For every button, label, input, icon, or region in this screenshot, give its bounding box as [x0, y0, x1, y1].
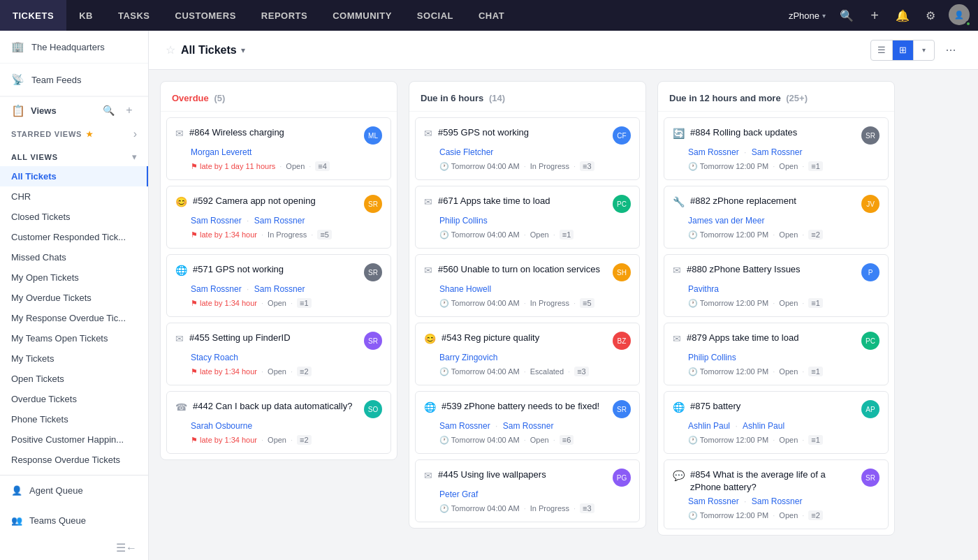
sidebar-item-open-tickets[interactable]: Open Tickets: [0, 369, 148, 389]
search-button[interactable]: 🔍: [834, 3, 859, 28]
nav-item-kb[interactable]: KB: [66, 0, 105, 31]
grid-view-button[interactable]: ⊞: [892, 40, 913, 60]
more-options-button[interactable]: ···: [940, 40, 961, 60]
sidebar-item-my-open-tickets[interactable]: My Open Tickets: [0, 267, 148, 288]
nav-item-chat[interactable]: CHAT: [466, 0, 517, 31]
add-button[interactable]: +: [862, 3, 887, 28]
nav-item-reports[interactable]: REPORTS: [249, 0, 320, 31]
kanban-col-overdue: Overdue (5) ✉ #864 Wireless charging ML …: [160, 81, 397, 460]
search-views-button[interactable]: 🔍: [101, 103, 116, 118]
user-avatar[interactable]: 👤: [949, 4, 971, 27]
views-section-header: 📋 Views 🔍 +: [0, 96, 148, 124]
teams-queue-item[interactable]: 👥 Teams Queue: [0, 506, 148, 536]
nav-item-customers[interactable]: CUSTOMERS: [163, 0, 249, 31]
views-item[interactable]: 📋 Views: [11, 104, 57, 117]
ticket-type-icon: ✉: [175, 128, 184, 139]
sidebar-item-my-overdue-tickets[interactable]: My Overdue Tickets: [0, 288, 148, 308]
nav-item-tickets[interactable]: TICKETS: [0, 0, 66, 31]
top-nav: TICKETS KB TASKS CUSTOMERS REPORTS COMMU…: [0, 0, 978, 31]
sidebar-item-headquarters[interactable]: 🏢 The Headquarters: [0, 31, 148, 64]
kanban-board: Overdue (5) ✉ #864 Wireless charging ML …: [149, 70, 978, 560]
view-options-caret[interactable]: ▾: [913, 40, 934, 60]
sidebar-item-my-response-overdue[interactable]: My Response Overdue Tic...: [0, 308, 148, 328]
page-title: All Tickets: [181, 44, 237, 57]
header-right: ☰ ⊞ ▾ ···: [870, 40, 961, 61]
sidebar-item-my-teams-open[interactable]: My Teams Open Tickets: [0, 328, 148, 348]
avatar: PC: [861, 332, 880, 350]
ticket-type-icon: 🌐: [175, 265, 187, 276]
ticket-card[interactable]: ✉ #671 Apps take time to load PC Philip …: [415, 186, 640, 249]
kanban-col-due-12h: Due in 12 hours and more (25+) 🔄 #884 Ro…: [657, 81, 895, 536]
star-icon: ★: [86, 130, 94, 139]
ticket-type-icon: ✉: [673, 333, 681, 344]
col-header-due-12h: Due in 12 hours and more (25+): [658, 82, 894, 112]
settings-button[interactable]: ⚙: [918, 3, 943, 28]
notifications-button[interactable]: 🔔: [890, 3, 915, 28]
avatar: SH: [613, 263, 631, 281]
kanban-col-due-6h: Due in 6 hours (14) ✉ #595 GPS not worki…: [409, 81, 646, 529]
avatar: CF: [613, 126, 631, 145]
nav-item-tasks[interactable]: TASKS: [105, 0, 163, 31]
sidebar-item-overdue-tickets[interactable]: Overdue Tickets: [0, 389, 148, 409]
zphone-selector[interactable]: zPhone ▾: [783, 10, 831, 21]
ticket-type-icon: ☎: [175, 401, 187, 413]
nav-item-community[interactable]: COMMUNITY: [320, 0, 404, 31]
ticket-card[interactable]: ✉ #879 Apps take time to load PC Philip …: [664, 323, 889, 385]
views-icon: 📋: [11, 104, 25, 117]
avatar: SR: [861, 469, 880, 487]
list-view-button[interactable]: ☰: [871, 40, 892, 60]
sidebar-item-all-tickets[interactable]: All Tickets: [0, 166, 148, 186]
ticket-card[interactable]: ✉ #455 Setting up FinderID SR Stacy Roac…: [166, 323, 391, 385]
starred-collapse-icon[interactable]: ›: [133, 128, 137, 140]
all-views-collapse-icon[interactable]: ▾: [132, 152, 137, 162]
ticket-card[interactable]: ✉ #445 Using live wallpapers PG Peter Gr…: [415, 459, 640, 522]
ticket-card[interactable]: 😊 #592 Camera app not opening SR Sam Ros…: [166, 186, 391, 249]
views-list: All Tickets CHR Closed Tickets Customer …: [0, 166, 148, 470]
ticket-card[interactable]: 🌐 #875 battery AP Ashlin Paul · Ashlin P…: [664, 391, 889, 454]
ticket-card[interactable]: ✉ #595 GPS not working CF Casie Fletcher…: [415, 117, 640, 180]
sidebar-item-chr[interactable]: CHR: [0, 186, 148, 207]
sidebar-item-response-overdue[interactable]: Response Overdue Tickets: [0, 450, 148, 470]
avatar: SO: [364, 400, 382, 418]
nav-right: zPhone ▾ 🔍 + 🔔 ⚙ 👤: [783, 3, 978, 28]
ticket-card[interactable]: 🔧 #882 zPhone replacement JV James van d…: [664, 186, 889, 249]
ticket-card[interactable]: ✉ #560 Unable to turn on location servic…: [415, 254, 640, 317]
ticket-card[interactable]: 💬 #854 What is the average life of a zPh…: [664, 459, 889, 529]
collapse-icon: ☰←: [116, 541, 137, 554]
ticket-card[interactable]: 😊 #543 Reg picture quality BZ Barry Zing…: [415, 323, 640, 385]
ticket-card[interactable]: 🌐 #539 zPhone battery needs to be fixed!…: [415, 391, 640, 454]
sidebar-item-customer-responded[interactable]: Customer Responded Tick...: [0, 227, 148, 247]
nav-item-social[interactable]: SOCIAL: [404, 0, 466, 31]
ticket-type-icon: ✉: [424, 128, 432, 139]
ticket-card[interactable]: 🌐 #571 GPS not working SR Sam Rossner · …: [166, 254, 391, 317]
sidebar-item-phone-tickets[interactable]: Phone Tickets: [0, 409, 148, 429]
agent-queue-item[interactable]: 👤 Agent Queue: [0, 476, 148, 506]
col-header-overdue: Overdue (5): [161, 82, 397, 112]
add-view-button[interactable]: +: [122, 103, 137, 118]
content-header: ☆ All Tickets ▾ ☰ ⊞ ▾ ···: [149, 31, 978, 70]
avatar: BZ: [613, 332, 631, 350]
avatar: JV: [861, 195, 880, 213]
avatar: AP: [861, 400, 880, 418]
ticket-type-icon: ✉: [424, 196, 432, 207]
ticket-type-icon: 🔄: [673, 128, 685, 139]
sidebar-collapse-button[interactable]: ☰←: [0, 536, 148, 560]
starred-views-header: STaRRed ViEWS ★ ›: [0, 124, 148, 145]
sidebar-item-my-tickets[interactable]: My Tickets: [0, 348, 148, 369]
sidebar-item-missed-chats[interactable]: Missed Chats: [0, 247, 148, 267]
ticket-type-icon: 🌐: [673, 401, 685, 413]
col-cards-due-6h: ✉ #595 GPS not working CF Casie Fletcher…: [409, 112, 645, 528]
avatar: P: [861, 263, 880, 281]
sidebar-item-team-feeds[interactable]: 📡 Team Feeds: [0, 64, 148, 96]
ticket-card[interactable]: ✉ #864 Wireless charging ML Morgan Lever…: [166, 117, 391, 180]
ticket-card[interactable]: ☎ #442 Can I back up data automatically?…: [166, 391, 391, 454]
sidebar-item-closed-tickets[interactable]: Closed Tickets: [0, 207, 148, 227]
ticket-card[interactable]: 🔄 #884 Rolling back updates SR Sam Rossn…: [664, 117, 889, 180]
ticket-type-icon: 🌐: [424, 401, 436, 413]
title-dropdown-caret[interactable]: ▾: [241, 45, 245, 55]
ticket-type-icon: ✉: [673, 265, 681, 276]
ticket-card[interactable]: ✉ #880 zPhone Battery Issues P Pavithra …: [664, 254, 889, 317]
sidebar-item-positive-customer[interactable]: Positive Customer Happin...: [0, 429, 148, 450]
favorite-star-button[interactable]: ☆: [166, 43, 175, 57]
ticket-type-icon: 😊: [175, 196, 187, 207]
